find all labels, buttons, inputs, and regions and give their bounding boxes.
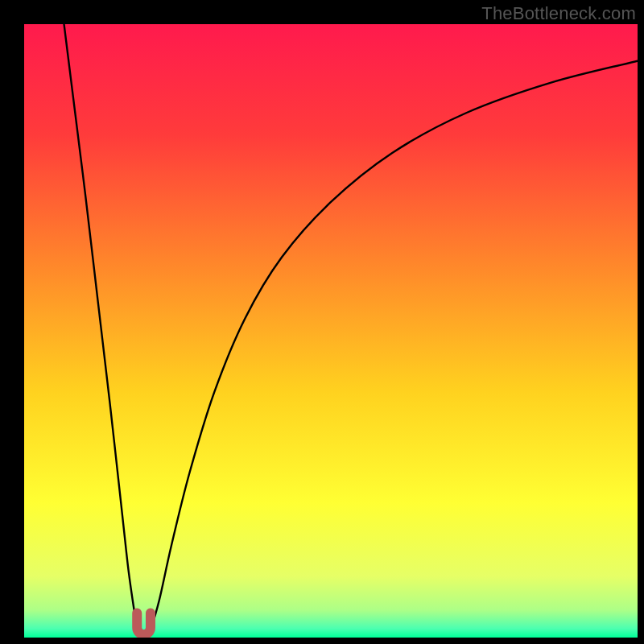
u-shaped-minimum-marker [137,613,151,635]
chart-frame: TheBottleneck.com [0,0,644,644]
plot-area [24,24,638,638]
watermark-text: TheBottleneck.com [481,3,636,24]
curve-layer [24,24,638,638]
series-right-branch [149,61,638,634]
series-left-branch [64,24,138,634]
